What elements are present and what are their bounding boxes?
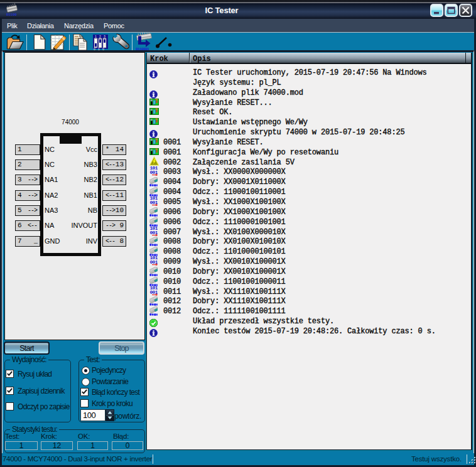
svg-text:01100: 01100 (6, 13, 17, 17)
svg-text:3: 3 (104, 35, 105, 38)
svg-text:1: 1 (95, 35, 97, 38)
svg-text:2: 2 (99, 35, 101, 38)
